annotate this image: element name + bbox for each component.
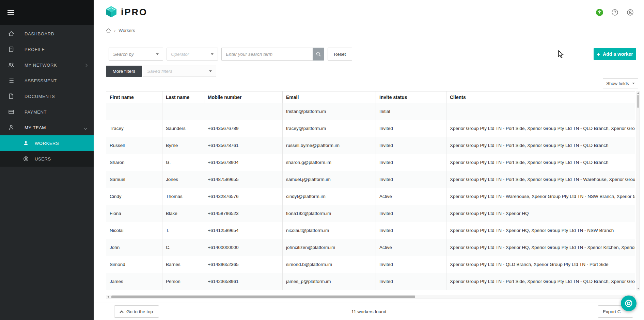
- cell-first: Sharon: [106, 154, 162, 171]
- table-row[interactable]: NicolaiT.+61412589654nicolai.t@platform.…: [106, 222, 635, 239]
- cell-first: Simond: [106, 256, 162, 273]
- cell-clients: Xperior Group Pty Ltd TN - Warehouse, Xp…: [446, 188, 635, 205]
- scroll-down-arrow-icon[interactable]: [637, 288, 639, 289]
- search-by-dropdown[interactable]: Search by: [109, 48, 163, 61]
- show-fields-button[interactable]: Show fields: [603, 78, 638, 88]
- table-row[interactable]: JohnC.+61400000000johncitizen@platform.i…: [106, 239, 635, 256]
- search-button[interactable]: [313, 48, 324, 61]
- cell-mobile: +61435676789: [204, 120, 283, 137]
- cell-first: Tracey: [106, 120, 162, 137]
- saved-filters-label: Saved filters: [147, 69, 172, 74]
- table-row[interactable]: FionaBlake+61458796523fiona192@platform.…: [106, 205, 635, 222]
- cell-clients: Xperior Group Pty Ltd TN - Port Side, Xp…: [446, 273, 635, 290]
- footer-bar: Go to the top 11 workers found Export C: [94, 303, 644, 320]
- table-row[interactable]: SimondBarnes+61489652365simond.b@platfor…: [106, 256, 635, 273]
- operator-dropdown[interactable]: Operator: [167, 48, 218, 61]
- cell-email: simond.b@platform.im: [283, 256, 376, 273]
- support-chat-button[interactable]: [621, 296, 637, 311]
- reset-button[interactable]: Reset: [328, 48, 352, 61]
- sidebar-item-profile[interactable]: PROFILE: [0, 41, 94, 57]
- horizontal-scrollbar-thumb[interactable]: [111, 296, 415, 298]
- cell-first: Samuel: [106, 171, 162, 188]
- chevron-up-icon: [120, 310, 123, 314]
- table-row[interactable]: SharonG.+61435678904sharon.g@platform.im…: [106, 154, 635, 171]
- breadcrumb-separator: [114, 28, 115, 33]
- table-body: tristan@platform.imInitialTraceySaunders…: [106, 103, 635, 290]
- horizontal-scrollbar[interactable]: [106, 295, 635, 299]
- operator-label: Operator: [171, 52, 189, 57]
- cell-email: tracey@paltform.im: [283, 120, 376, 137]
- go-to-top-button[interactable]: Go to the top: [114, 305, 159, 318]
- add-worker-label: Add a worker: [603, 51, 633, 57]
- more-filters-button[interactable]: More filters: [106, 66, 142, 77]
- vertical-scrollbar[interactable]: [637, 91, 640, 290]
- table-header-row: First nameLast nameMobile numberEmailInv…: [106, 91, 635, 103]
- cell-email: cindyt@platform.im: [283, 188, 376, 205]
- saved-filters-dropdown[interactable]: Saved filters: [143, 66, 216, 77]
- cell-clients: Xperior Group Pty Ltd TN - Port Side, Xp…: [446, 171, 635, 188]
- go-to-top-label: Go to the top: [126, 309, 153, 314]
- breadcrumb-current: Workers: [119, 28, 135, 33]
- cell-clients: Xperior Group Pty Ltd TN - Xperior HQ, X…: [446, 239, 635, 256]
- cell-status: Invited: [376, 273, 446, 290]
- user-icon: [23, 156, 29, 162]
- sidebar-item-my-team[interactable]: MY TEAM: [0, 120, 94, 135]
- cell-status: Invited: [376, 137, 446, 154]
- cell-status: Invited: [376, 171, 446, 188]
- column-header-email[interactable]: Email: [283, 91, 376, 103]
- cell-last: T.: [162, 222, 204, 239]
- table-row[interactable]: RussellByrne+61435678761russell.byrne@pl…: [106, 137, 635, 154]
- cell-first: James: [106, 273, 162, 290]
- sidebar-item-dashboard[interactable]: DASHBOARD: [0, 26, 94, 41]
- lifebuoy-icon: [624, 299, 633, 308]
- hamburger-menu-icon[interactable]: [7, 10, 14, 15]
- table-row[interactable]: TraceySaunders+61435676789tracey@paltfor…: [106, 120, 635, 137]
- cell-last: Barnes: [162, 256, 204, 273]
- scroll-left-arrow-icon[interactable]: [107, 296, 109, 298]
- cell-email: fiona192@platform.im: [283, 205, 376, 222]
- sidebar: DASHBOARDPROFILEMY NETWORKASSESSMENTDOCU…: [0, 0, 94, 320]
- cell-status: Invited: [376, 154, 446, 171]
- column-header-first-name[interactable]: First name: [106, 91, 162, 103]
- add-worker-button[interactable]: Add a worker: [594, 48, 636, 60]
- vertical-scrollbar-thumb[interactable]: [637, 95, 639, 108]
- results-count: 11 workers found: [351, 303, 387, 320]
- column-header-mobile-number[interactable]: Mobile number: [204, 91, 283, 103]
- table-row[interactable]: SamuelJones+61487589655samuel.j@platform…: [106, 171, 635, 188]
- cell-email: samuel.j@platform.im: [283, 171, 376, 188]
- table-row[interactable]: CindyThomas+61432876576cindyt@platform.i…: [106, 188, 635, 205]
- sidebar-item-assessment[interactable]: ASSESSMENT: [0, 73, 94, 88]
- home-icon[interactable]: [106, 28, 111, 33]
- app-logo[interactable]: iPRO: [106, 6, 147, 19]
- cell-email: james_p@platform.im: [283, 273, 376, 290]
- cell-first: John: [106, 239, 162, 256]
- cell-status: Invited: [376, 205, 446, 222]
- cell-mobile: +61412589654: [204, 222, 283, 239]
- search-input[interactable]: [221, 48, 313, 61]
- sidebar-item-my-network[interactable]: MY NETWORK: [0, 57, 94, 73]
- help-icon[interactable]: [611, 9, 618, 16]
- cell-clients: Xperior Group Pty Ltd TN - Xperior HQ: [446, 205, 635, 222]
- column-header-clients[interactable]: Clients: [446, 91, 635, 103]
- table-row[interactable]: tristan@platform.imInitial: [106, 103, 635, 120]
- scroll-up-arrow-icon[interactable]: [637, 92, 639, 94]
- sidebar-item-workers[interactable]: WORKERS: [0, 135, 94, 151]
- cell-clients: [446, 103, 635, 120]
- profile-icon: [8, 46, 14, 52]
- sidebar-subnav: WORKERSUSERS: [0, 135, 94, 167]
- sidebar-item-payment[interactable]: PAYMENT: [0, 104, 94, 120]
- cell-last: G.: [162, 154, 204, 171]
- accessibility-widget-icon[interactable]: [596, 9, 603, 16]
- payment-icon: [8, 109, 14, 115]
- account-icon[interactable]: [627, 9, 634, 16]
- column-header-last-name[interactable]: Last name: [162, 91, 204, 103]
- cell-clients: Xperior Group Pty Ltd TN - Port Side, Xp…: [446, 137, 635, 154]
- column-header-invite-status[interactable]: Invite status: [376, 91, 446, 103]
- cell-email: russell.byrne@platform.im: [283, 137, 376, 154]
- sidebar-item-documents[interactable]: DOCUMENTS: [0, 88, 94, 104]
- cell-first: [106, 103, 162, 120]
- cell-last: C.: [162, 239, 204, 256]
- cell-mobile: +61400000000: [204, 239, 283, 256]
- sidebar-item-users[interactable]: USERS: [0, 151, 94, 167]
- table-row[interactable]: JamesPerson+61423658961james_p@platform.…: [106, 273, 635, 290]
